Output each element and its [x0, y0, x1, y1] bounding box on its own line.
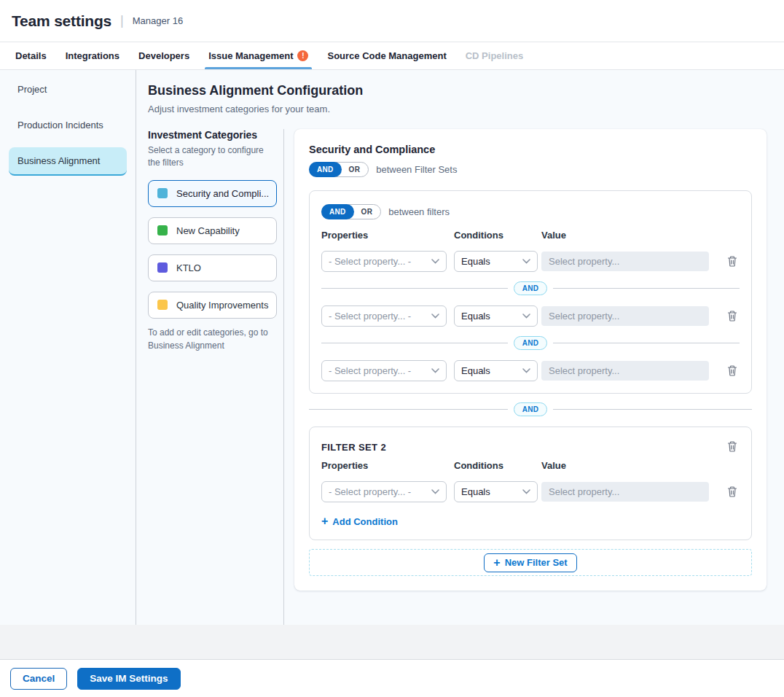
filter-row: - Select property... - Equals [321, 251, 740, 272]
tab-developers[interactable]: Developers [129, 42, 199, 69]
delete-filter-button[interactable] [725, 308, 740, 324]
main-panel: Business Alignment Configuration Adjust … [136, 70, 784, 625]
filter-set-2-title: FILTER SET 2 [321, 439, 386, 453]
selected-category-title: Security and Compliance [309, 144, 752, 155]
chevron-down-icon [522, 314, 530, 319]
chevron-down-icon [431, 259, 439, 264]
footer-actions: Cancel Save IM Settings [0, 660, 784, 697]
trash-icon [726, 486, 738, 498]
filter-sets-logic-divider: AND [309, 402, 752, 416]
and-option[interactable]: AND [309, 162, 342, 177]
trash-icon [726, 310, 738, 322]
property-select[interactable]: - Select property... - [321, 360, 447, 381]
sidebar-item-project[interactable]: Project [9, 76, 127, 103]
value-input[interactable] [541, 306, 709, 326]
page-header: Team settings | Manager 16 [0, 0, 784, 42]
new-filter-set-dropzone: + New Filter Set [309, 549, 752, 576]
tab-source-code-management[interactable]: Source Code Management [318, 42, 455, 69]
category-label: Quality Improvements [176, 300, 268, 311]
cancel-button[interactable]: Cancel [10, 668, 67, 690]
conditions-header: Conditions [454, 460, 541, 471]
filters-and-or-toggle[interactable]: AND OR [321, 204, 381, 219]
tab-issue-management[interactable]: Issue Management ! [199, 42, 318, 69]
filter-set-1: AND OR between filters Properties Condit… [309, 190, 752, 394]
and-pill: AND [514, 281, 548, 295]
chevron-down-icon [522, 368, 530, 373]
sidebar-item-business-alignment[interactable]: Business Alignment [9, 147, 127, 176]
chevron-down-icon [431, 314, 439, 319]
category-ktlo[interactable]: KTLO [148, 254, 277, 281]
condition-select[interactable]: Equals [454, 305, 538, 327]
condition-select[interactable]: Equals [454, 360, 538, 381]
trash-icon [726, 440, 738, 453]
tab-details[interactable]: Details [6, 42, 56, 69]
team-name: Manager 16 [133, 15, 183, 26]
or-option[interactable]: OR [353, 204, 381, 219]
property-select[interactable]: - Select property... - [321, 251, 447, 272]
categories-footnote: To add or edit categories, go to Busines… [148, 326, 270, 352]
and-pill: AND [514, 336, 548, 350]
filter-sets-and-or-toggle[interactable]: AND OR [309, 162, 369, 177]
category-color-swatch [157, 300, 168, 310]
delete-filter-button[interactable] [725, 363, 740, 378]
category-list: Security and Compli... New Capability KT… [148, 180, 277, 319]
categories-title: Investment Categories [148, 129, 277, 141]
and-option[interactable]: AND [321, 204, 354, 219]
filter-config-card: Security and Compliance AND OR between F… [294, 129, 767, 591]
trash-icon [726, 365, 738, 377]
value-input[interactable] [541, 482, 709, 502]
filter-row: - Select property... - Equals [321, 481, 740, 502]
add-condition-button[interactable]: + Add Condition [321, 515, 398, 527]
delete-filter-button[interactable] [725, 254, 740, 269]
value-header: Value [541, 460, 740, 471]
team-settings-page: Team settings | Manager 16 Details Integ… [0, 0, 784, 697]
sidebar-item-production-incidents[interactable]: Production Incidents [9, 112, 127, 139]
content-area: Project Production Incidents Business Al… [0, 70, 784, 625]
title-divider: | [120, 13, 124, 28]
tab-integrations[interactable]: Integrations [56, 42, 129, 69]
conditions-header: Conditions [454, 230, 541, 241]
save-im-settings-button[interactable]: Save IM Settings [77, 668, 180, 690]
property-select[interactable]: - Select property... - [321, 305, 447, 327]
chevron-down-icon [431, 368, 439, 373]
condition-select[interactable]: Equals [454, 251, 538, 272]
settings-sidebar: Project Production Incidents Business Al… [0, 70, 136, 625]
logic-divider: AND [321, 281, 740, 295]
logic-divider: AND [321, 336, 740, 350]
chevron-down-icon [431, 489, 439, 494]
category-label: New Capability [176, 225, 240, 236]
category-security-and-compliance[interactable]: Security and Compli... [148, 180, 277, 207]
warning-badge-icon: ! [297, 50, 308, 61]
value-input[interactable] [541, 252, 709, 271]
plus-icon: + [321, 515, 328, 527]
category-label: KTLO [176, 262, 201, 273]
toggle-caption: between Filter Sets [376, 164, 457, 175]
toggle-caption: between filters [388, 206, 450, 217]
delete-filter-button[interactable] [725, 484, 740, 499]
category-label: Security and Compli... [176, 188, 269, 199]
category-new-capability[interactable]: New Capability [148, 217, 277, 244]
properties-header: Properties [321, 230, 454, 241]
tab-cd-pipelines: CD Pipelines [456, 42, 533, 69]
chevron-down-icon [522, 489, 530, 494]
condition-select[interactable]: Equals [454, 481, 538, 502]
filter-set-2: FILTER SET 2 Properties Conditions Value [309, 427, 752, 540]
property-select[interactable]: - Select property... - [321, 481, 447, 502]
and-pill: AND [514, 402, 548, 416]
footer-strip [0, 625, 784, 660]
category-quality-improvements[interactable]: Quality Improvements [148, 292, 277, 319]
filter-row: - Select property... - Equals [321, 360, 740, 381]
category-color-swatch [157, 262, 168, 273]
delete-filter-set-button[interactable] [725, 439, 740, 454]
investment-categories-panel: Investment Categories Select a category … [148, 129, 284, 625]
filter-row: - Select property... - Equals [321, 305, 740, 327]
chevron-down-icon [522, 259, 530, 264]
category-color-swatch [157, 225, 168, 235]
properties-header: Properties [321, 460, 454, 471]
trash-icon [726, 255, 738, 268]
section-title: Business Alignment Configuration [148, 83, 767, 98]
value-input[interactable] [541, 361, 709, 381]
new-filter-set-button[interactable]: + New Filter Set [484, 553, 576, 572]
category-color-swatch [157, 188, 168, 198]
or-option[interactable]: OR [341, 162, 369, 177]
